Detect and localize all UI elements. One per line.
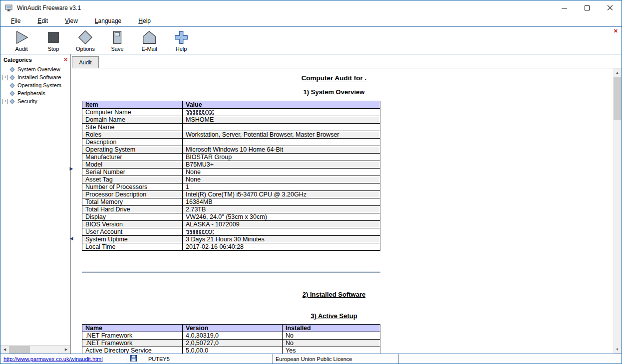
- categories-title: Categories: [3, 57, 32, 63]
- maximize-button[interactable]: [576, 0, 599, 15]
- website-link[interactable]: http://www.parmavex.co.uk/winaudit.html: [3, 356, 103, 362]
- options-button[interactable]: Options: [69, 29, 101, 52]
- help-button[interactable]: Help: [165, 29, 197, 52]
- tab-bar: Audit: [71, 54, 622, 68]
- scrollbar-thumb[interactable]: [9, 346, 30, 354]
- maximize-icon: [585, 5, 590, 10]
- table-cell: 5,0,00,0: [183, 347, 283, 354]
- email-button-label: E-Mail: [141, 46, 157, 52]
- email-button[interactable]: E-Mail: [133, 29, 165, 52]
- stop-button-label: Stop: [48, 46, 59, 52]
- redacted-scribble: [186, 230, 214, 234]
- table-cell: 4,0,30319,0: [183, 332, 283, 340]
- table-cell: Processor Description: [82, 191, 183, 198]
- table-cell: Active Directory Service: [82, 347, 183, 354]
- save-button[interactable]: Save: [101, 29, 133, 52]
- sidebar-item-label: Operating System: [17, 82, 61, 88]
- menu-language[interactable]: Language: [95, 17, 121, 24]
- table-cell: Manufacturer: [82, 154, 183, 161]
- table-cell: 3 Days 21 Hours 30 Minutes: [183, 236, 380, 243]
- table-cell: Display: [82, 213, 183, 221]
- content-area: Categories ✕ System Overview + Installed…: [0, 54, 622, 354]
- report-viewport: Computer Audit for . 1) System Overview …: [71, 68, 622, 354]
- table-row: Processor DescriptionIntel(R) Core(TM) i…: [82, 191, 380, 198]
- table-cell: Site Name: [82, 124, 183, 131]
- status-icon-segment: [126, 354, 141, 364]
- section-heading-system-overview: 1) System Overview: [82, 88, 586, 96]
- scroll-right-icon[interactable]: ▶: [62, 348, 70, 352]
- table-cell: Yes: [283, 347, 380, 354]
- table-cell: Asset Tag: [82, 176, 183, 183]
- table-cell: 2017-02-16 06:40:28: [183, 243, 380, 251]
- table-row: DisplayVW246, 24.0" (53cm x 30cm): [82, 213, 380, 221]
- save-icon: [109, 29, 125, 45]
- scroll-left-icon[interactable]: ◀: [0, 348, 9, 352]
- column-header: Item: [82, 101, 183, 109]
- categories-header: Categories ✕: [0, 54, 70, 63]
- sidebar-item-installed-software[interactable]: + Installed Software: [0, 73, 70, 81]
- categories-tree: System Overview + Installed Software Ope…: [0, 63, 70, 345]
- toolbar: Audit Stop Options Save E-Mail: [0, 26, 622, 54]
- stop-square-icon: [45, 29, 61, 45]
- table-cell: BIOS Version: [82, 221, 183, 228]
- tab-audit[interactable]: Audit: [72, 56, 99, 68]
- vertical-scrollbar[interactable]: ▲ ▼: [613, 68, 622, 354]
- window-title: WinAudit Freeware v3.1: [17, 4, 81, 11]
- save-button-label: Save: [111, 46, 123, 52]
- table-cell: None: [183, 169, 380, 176]
- expand-plus-icon[interactable]: +: [2, 99, 8, 104]
- table-row: ModelB75MU3+: [82, 161, 380, 169]
- sidebar-item-operating-system[interactable]: Operating System: [0, 81, 70, 89]
- scroll-up-icon[interactable]: ▲: [613, 68, 622, 77]
- sidebar-item-peripherals[interactable]: Peripherals: [0, 89, 70, 97]
- table-cell: Serial Number: [82, 169, 183, 176]
- status-bar: http://www.parmavex.co.uk/winaudit.html …: [0, 354, 622, 364]
- menu-view[interactable]: View: [65, 17, 78, 24]
- menu-file[interactable]: File: [11, 17, 20, 24]
- categories-close-icon[interactable]: ✕: [64, 57, 68, 62]
- sidebar-item-label: Peripherals: [17, 90, 45, 96]
- table-cell: .NET Framework: [82, 332, 183, 340]
- menu-help[interactable]: Help: [138, 17, 151, 24]
- table-cell: Intel(R) Core(TM) i5-3470 CPU @ 3.20GHz: [183, 191, 380, 198]
- scrollbar-thumb[interactable]: [614, 77, 621, 120]
- sidebar-item-system-overview[interactable]: System Overview: [0, 65, 70, 73]
- play-triangle-icon: [13, 29, 29, 45]
- diamond-icon: [77, 29, 93, 45]
- table-row: Total Memory16384MB: [82, 198, 380, 206]
- table-cell: User Account: [82, 228, 183, 236]
- expand-plus-icon[interactable]: +: [2, 75, 8, 80]
- licence-text: European Union Public Licence: [276, 356, 352, 362]
- app-icon: [5, 4, 13, 12]
- app-window: WinAudit Freeware v3.1 File Edit View La…: [0, 0, 622, 364]
- table-cell: Roles: [82, 131, 183, 139]
- active-setup-table: NameVersionInstalled.NET Framework4,0,30…: [82, 324, 380, 354]
- table-cell: .NET Framework: [82, 340, 183, 347]
- sidebar-horizontal-scrollbar[interactable]: ◀ ▶: [0, 345, 70, 354]
- table-header-row: ItemValue: [82, 101, 380, 109]
- close-icon: [607, 5, 613, 11]
- minimize-button[interactable]: [553, 0, 576, 15]
- audit-button-label: Audit: [15, 46, 27, 52]
- stop-button[interactable]: Stop: [37, 29, 69, 52]
- close-button[interactable]: [599, 0, 622, 15]
- splitter-arrow-left-icon[interactable]: ◀: [68, 236, 74, 241]
- category-diamond-icon: [10, 67, 15, 72]
- table-row: Asset TagNone: [82, 176, 380, 183]
- toolbar-close-icon[interactable]: ✕: [614, 28, 618, 34]
- table-cell: 1: [183, 183, 380, 191]
- sidebar-item-security[interactable]: + Security: [0, 97, 70, 105]
- table-cell: [183, 228, 380, 236]
- email-pentagon-icon: [141, 29, 157, 45]
- table-cell: B75MU3+: [183, 161, 380, 169]
- table-cell: Total Hard Drive: [82, 206, 183, 213]
- audit-button[interactable]: Audit: [5, 29, 37, 52]
- menu-edit[interactable]: Edit: [37, 17, 48, 24]
- table-cell: Model: [82, 161, 183, 169]
- splitter-arrow-right-icon[interactable]: ▶: [68, 166, 74, 171]
- table-cell: Operating System: [82, 146, 183, 154]
- table-row: RolesWorkstation, Server, Potential Brow…: [82, 131, 380, 139]
- table-cell: None: [183, 176, 380, 183]
- scroll-down-icon[interactable]: ▼: [613, 345, 622, 354]
- options-button-label: Options: [76, 46, 95, 52]
